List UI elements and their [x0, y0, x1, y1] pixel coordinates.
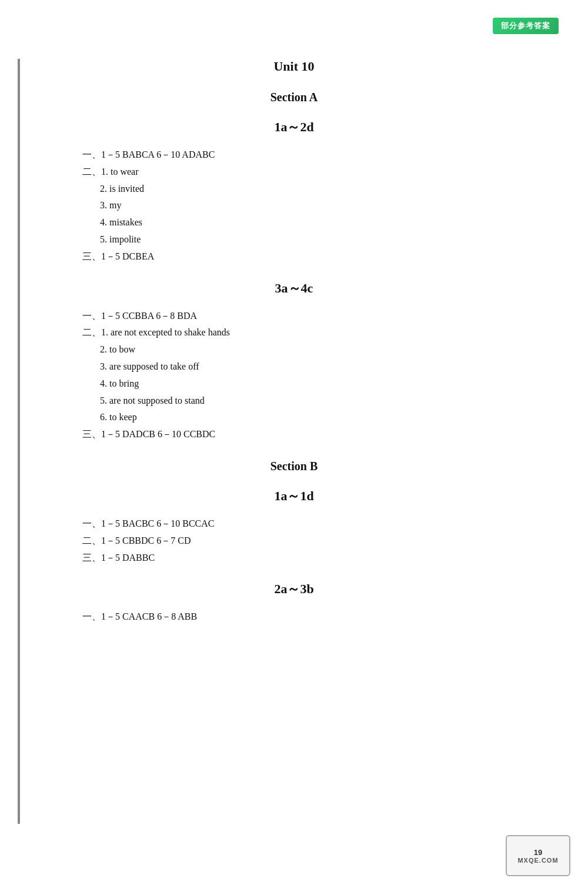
- group4-line1: 一、1－5 CAACB 6－8 ABB: [82, 608, 541, 626]
- group2-label2: 二、1. are not excepted to shake hands: [82, 324, 541, 341]
- unit-title: Unit 10: [47, 59, 541, 74]
- group2-item2: 2. to bow: [100, 341, 541, 358]
- group1-label2: 二、1. to wear: [82, 164, 541, 181]
- group2-item6: 6. to keep: [100, 409, 541, 426]
- subsection-3a4c-title: 3a～4c: [47, 280, 541, 297]
- group3-line1: 一、1－5 BACBC 6－10 BCCAC: [82, 515, 541, 533]
- subsection-1a1d-title: 1a～1d: [47, 487, 541, 505]
- group2-item4: 4. to bring: [100, 375, 541, 393]
- group3-line3: 三、1－5 DABBC: [82, 550, 541, 567]
- group1-line3: 三、1－5 DCBEA: [82, 248, 541, 265]
- group1-item5: 5. impolite: [100, 231, 541, 248]
- group1-line1: 一、1－5 BABCA 6－10 ADABC: [82, 147, 541, 164]
- section-b-title: Section B: [47, 460, 541, 473]
- group2-item3: 3. are supposed to take off: [100, 358, 541, 375]
- subsection-1a2d-title: 1a～2d: [47, 118, 541, 136]
- subsection-2a3b-title: 2a～3b: [47, 580, 541, 598]
- group2-line3: 三、1－5 DADCB 6－10 CCBDC: [82, 426, 541, 443]
- group2-item1: 1. are not excepted to shake hands: [101, 327, 230, 337]
- group2-item5: 5. are not supposed to stand: [100, 393, 541, 410]
- group2-line1: 一、1－5 CCBBA 6－8 BDA: [82, 308, 541, 325]
- group2-part2-label: 二、: [82, 327, 101, 337]
- group1-block: 一、1－5 BABCA 6－10 ADABC 二、1. to wear 2. i…: [82, 147, 541, 265]
- group1-item4: 4. mistakes: [100, 214, 541, 231]
- page: 部分参考答案 Unit 10 Section A 1a～2d 一、1－5 BAB…: [0, 0, 588, 888]
- group2-block: 一、1－5 CCBBA 6－8 BDA 二、1. are not excepte…: [82, 308, 541, 443]
- watermark-text: MXQE.COM: [517, 857, 558, 864]
- group1-item2: 2. is invited: [100, 181, 541, 198]
- section-a-title: Section A: [47, 91, 541, 104]
- group4-block: 一、1－5 CAACB 6－8 ABB: [82, 608, 541, 626]
- left-accent: [18, 59, 20, 824]
- group3-block: 一、1－5 BACBC 6－10 BCCAC 二、1－5 CBBDC 6－7 C…: [82, 515, 541, 566]
- watermark-number: 19: [534, 848, 542, 857]
- group1-item3: 3. my: [100, 197, 541, 214]
- group3-line2: 二、1－5 CBBDC 6－7 CD: [82, 533, 541, 550]
- top-badge: 部分参考答案: [493, 18, 559, 34]
- bottom-watermark: 19 MXQE.COM: [506, 835, 570, 876]
- group1-item1: 1. to wear: [101, 167, 139, 177]
- group1-part2-label: 二、: [82, 167, 101, 177]
